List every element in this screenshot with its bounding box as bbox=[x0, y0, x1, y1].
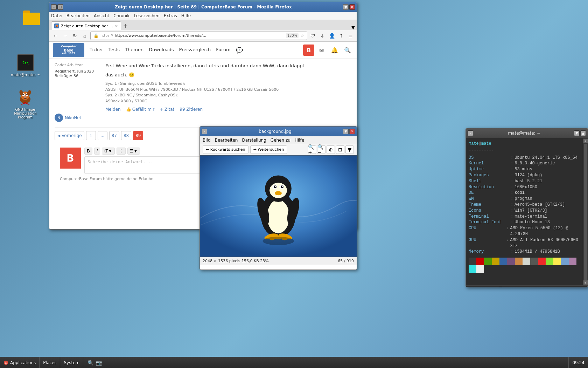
address-bar[interactable]: 🔒 https:// https://www.computerbase.de/f… bbox=[90, 32, 307, 40]
nikonet-name[interactable]: NikoNet bbox=[65, 115, 81, 120]
nav-themen[interactable]: Themen bbox=[125, 47, 144, 54]
bell-icon[interactable]: 🔔 bbox=[329, 45, 340, 56]
applications-menu-button[interactable]: ⊞ Applications bbox=[0, 357, 40, 368]
download-icon[interactable]: ↓ bbox=[318, 32, 327, 40]
term-dropdown-button[interactable]: ▼ bbox=[574, 130, 580, 136]
search-icon[interactable]: 🔍 bbox=[342, 45, 353, 56]
bookmark-star[interactable]: ☆ bbox=[300, 33, 304, 38]
term-line-memory: Memory : 1584MiB / 47958MiB bbox=[469, 249, 580, 255]
prev-page-button[interactable]: ◄ Vorherige bbox=[55, 131, 84, 140]
back-button[interactable]: ← bbox=[51, 32, 59, 40]
nav-tests[interactable]: Tests bbox=[108, 47, 120, 54]
iv-menu-gehen[interactable]: Gehen zu bbox=[271, 138, 290, 143]
system-menu-button[interactable]: System bbox=[60, 357, 83, 368]
more-options-button[interactable]: ⋮ bbox=[117, 148, 126, 155]
pocket-icon[interactable]: 🛡 bbox=[309, 32, 317, 40]
page-1[interactable]: 1 bbox=[86, 131, 96, 140]
iv-menu-bild[interactable]: Bild bbox=[203, 138, 211, 143]
close-button[interactable]: ✕ bbox=[349, 4, 355, 10]
scroll-thumb[interactable] bbox=[584, 144, 587, 280]
menu-datei[interactable]: Datei bbox=[51, 13, 62, 18]
quote-button[interactable]: + Zitat bbox=[160, 107, 174, 112]
svg-text:🦊: 🦊 bbox=[55, 25, 58, 28]
maximize-button[interactable]: □ bbox=[57, 4, 63, 10]
page-88[interactable]: 88 bbox=[121, 131, 131, 140]
menu-bearbeiten[interactable]: Bearbeiten bbox=[66, 13, 90, 18]
account-b-button[interactable]: B bbox=[303, 45, 314, 56]
zoom-dropdown[interactable]: ▼ bbox=[345, 145, 354, 154]
swatch-9 bbox=[538, 258, 546, 265]
iv-menu-bearbeiten[interactable]: Bearbeiten bbox=[215, 138, 238, 143]
term-value-os: Ubuntu 24.04.1 LTS x86_64 bbox=[514, 155, 578, 161]
zoom-1to1-button[interactable]: ⊡ bbox=[336, 145, 344, 154]
minimize-button[interactable]: – bbox=[51, 4, 57, 10]
text-size-button[interactable]: tT▼ bbox=[102, 148, 115, 155]
term-value-theme: Aero45-beta [GTK2/3] bbox=[514, 202, 565, 208]
menu-lesezeichen[interactable]: Lesezeichen bbox=[134, 13, 160, 18]
zoom-in-button[interactable]: 🔍+ bbox=[308, 145, 316, 154]
desktop-icon-terminal[interactable]: C:\ mate@mate: ~ bbox=[10, 54, 41, 77]
zoom-fit-button[interactable]: ⊕ bbox=[327, 145, 335, 154]
title-dropdown[interactable]: ▼ bbox=[343, 4, 349, 10]
bold-button[interactable]: B bbox=[84, 148, 92, 155]
posts-label: Beiträge: 86 bbox=[55, 74, 100, 78]
term-minimize-button[interactable]: – bbox=[468, 130, 473, 136]
term-titlebar-controls: ▼ ▲ bbox=[574, 130, 586, 136]
list-button[interactable]: ☰▼ bbox=[127, 148, 140, 155]
nav-chat-icon[interactable]: 💬 bbox=[236, 47, 243, 54]
nav-ticker[interactable]: Ticker bbox=[90, 47, 103, 54]
italic-button[interactable]: I bbox=[94, 148, 100, 155]
swatch-3 bbox=[492, 258, 499, 265]
nav-downloads[interactable]: Downloads bbox=[149, 47, 174, 54]
scroll-down-btn[interactable]: ▼ bbox=[583, 280, 588, 285]
terminal-scrollbar[interactable]: ▲ ▼ bbox=[583, 138, 588, 285]
page-89-active[interactable]: 89 bbox=[133, 131, 143, 140]
menu-ansicht[interactable]: Ansicht bbox=[94, 13, 109, 18]
cb-logo[interactable]: Computer Base est. 1999 bbox=[53, 43, 84, 57]
places-menu-button[interactable]: Places bbox=[40, 357, 60, 368]
search-fwd-button[interactable]: → Weitersuchen bbox=[250, 145, 287, 154]
applications-icon: ⊞ bbox=[4, 360, 8, 365]
nav-forum[interactable]: Forum bbox=[216, 47, 230, 54]
new-tab-button[interactable]: + bbox=[121, 21, 130, 30]
screenshot-taskbar-icon[interactable]: 📷 bbox=[95, 359, 102, 366]
cite-button[interactable]: 99 Zitieren bbox=[180, 107, 203, 112]
svg-text:⊞: ⊞ bbox=[5, 361, 7, 364]
iv-minimize-button[interactable]: – bbox=[202, 129, 207, 134]
iv-menu-hilfe[interactable]: Hilfe bbox=[295, 138, 304, 143]
tab-close-button[interactable]: ✕ bbox=[115, 24, 118, 28]
svg-point-6 bbox=[23, 96, 27, 98]
zoom-out-button[interactable]: 🔍− bbox=[317, 145, 326, 154]
account-icon[interactable]: 👤 bbox=[328, 32, 336, 40]
report-button[interactable]: Melden bbox=[105, 107, 121, 112]
active-tab[interactable]: 🦊 Zeigt euren Desktop her | Se... ✕ bbox=[51, 21, 121, 30]
search-back-button[interactable]: ← Rückwärts suchen bbox=[203, 145, 248, 154]
iv-close-button[interactable]: ✕ bbox=[349, 129, 355, 134]
menu-dots[interactable]: ≡ bbox=[346, 32, 355, 40]
terminal-input-line: mate@mate:~$ bbox=[466, 285, 588, 287]
zoom-controls: 🔍+ 🔍− ⊕ ⊡ ▼ bbox=[308, 145, 354, 154]
tab-overflow[interactable]: ▼ bbox=[351, 25, 355, 30]
iv-dropdown-button[interactable]: ▼ bbox=[343, 129, 349, 134]
term-value-memory: 1584MiB / 47958MiB bbox=[514, 249, 560, 255]
nav-preisvergleich[interactable]: Preisvergleich bbox=[179, 47, 211, 54]
desktop-icon-gimp[interactable]: GNU ImageManipulationProgram bbox=[8, 89, 43, 119]
svg-marker-9 bbox=[20, 102, 30, 105]
mail-icon[interactable]: ✉ bbox=[316, 45, 327, 56]
iv-menu-darstellung[interactable]: Darstellung bbox=[242, 138, 266, 143]
term-scroll-up[interactable]: ▲ bbox=[580, 130, 586, 136]
swatch-12 bbox=[561, 258, 569, 265]
magnifier-taskbar-icon[interactable]: 🔍 bbox=[87, 359, 94, 366]
page-87[interactable]: 87 bbox=[109, 131, 119, 140]
desktop-icon-folder[interactable] bbox=[16, 11, 47, 29]
menu-hilfe[interactable]: Hilfe bbox=[181, 13, 191, 18]
home-button[interactable]: ⌂ bbox=[80, 32, 89, 40]
share-icon[interactable]: ↑ bbox=[337, 32, 345, 40]
menu-chronik[interactable]: Chronik bbox=[113, 13, 130, 18]
forward-button[interactable]: → bbox=[61, 32, 69, 40]
nikonet-badge: N NikoNet bbox=[55, 112, 351, 124]
reload-button[interactable]: ↻ bbox=[71, 32, 79, 40]
scroll-up-btn[interactable]: ▲ bbox=[583, 139, 588, 143]
menu-extras[interactable]: Extras bbox=[164, 13, 177, 18]
like-button[interactable]: 👍 Gefällt mir bbox=[126, 107, 154, 112]
